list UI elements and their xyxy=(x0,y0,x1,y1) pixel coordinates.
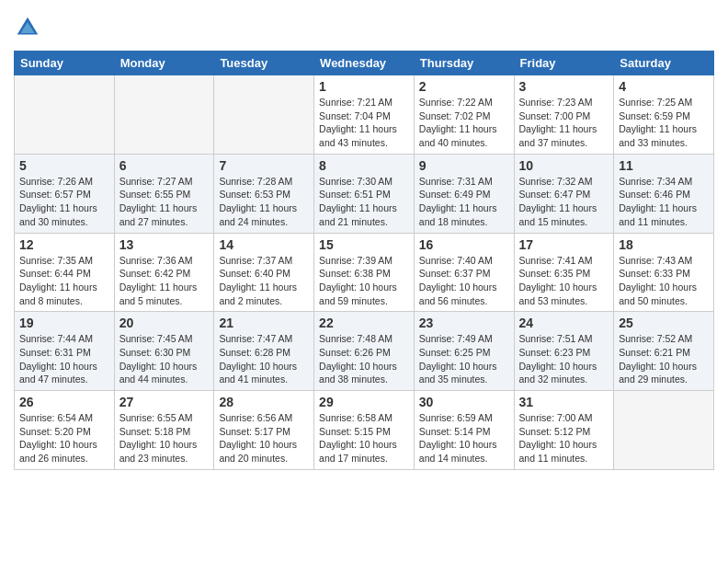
day-info: Sunrise: 7:23 AM Sunset: 7:00 PM Dayligh… xyxy=(519,96,609,150)
calendar-cell: 19Sunrise: 7:44 AM Sunset: 6:31 PM Dayli… xyxy=(15,312,115,391)
day-info: Sunrise: 6:56 AM Sunset: 5:17 PM Dayligh… xyxy=(219,411,309,465)
day-info: Sunrise: 7:44 AM Sunset: 6:31 PM Dayligh… xyxy=(19,332,109,386)
page-header xyxy=(14,14,714,41)
calendar-cell xyxy=(114,75,214,155)
day-info: Sunrise: 7:51 AM Sunset: 6:23 PM Dayligh… xyxy=(519,332,609,386)
day-number: 8 xyxy=(319,158,409,173)
logo-icon xyxy=(14,14,41,41)
day-number: 5 xyxy=(19,158,109,173)
calendar-cell: 20Sunrise: 7:45 AM Sunset: 6:30 PM Dayli… xyxy=(114,312,214,391)
calendar-cell: 1Sunrise: 7:21 AM Sunset: 7:04 PM Daylig… xyxy=(314,75,415,155)
day-info: Sunrise: 7:41 AM Sunset: 6:35 PM Dayligh… xyxy=(519,254,609,308)
day-info: Sunrise: 6:55 AM Sunset: 5:18 PM Dayligh… xyxy=(119,411,210,465)
calendar-cell xyxy=(614,391,714,470)
day-info: Sunrise: 6:59 AM Sunset: 5:14 PM Dayligh… xyxy=(419,411,509,465)
day-number: 27 xyxy=(119,395,210,409)
day-number: 23 xyxy=(419,316,509,330)
day-number: 26 xyxy=(19,395,109,409)
calendar-cell: 23Sunrise: 7:49 AM Sunset: 6:25 PM Dayli… xyxy=(414,312,514,391)
day-number: 16 xyxy=(419,237,509,252)
day-info: Sunrise: 7:39 AM Sunset: 6:38 PM Dayligh… xyxy=(319,254,409,308)
day-info: Sunrise: 7:31 AM Sunset: 6:49 PM Dayligh… xyxy=(419,175,509,229)
day-number: 30 xyxy=(419,395,509,409)
day-info: Sunrise: 7:30 AM Sunset: 6:51 PM Dayligh… xyxy=(319,175,409,229)
calendar-cell: 25Sunrise: 7:52 AM Sunset: 6:21 PM Dayli… xyxy=(614,312,714,391)
day-info: Sunrise: 7:26 AM Sunset: 6:57 PM Dayligh… xyxy=(19,175,109,229)
calendar-week-row: 5Sunrise: 7:26 AM Sunset: 6:57 PM Daylig… xyxy=(15,154,714,233)
calendar-cell: 8Sunrise: 7:30 AM Sunset: 6:51 PM Daylig… xyxy=(314,154,415,233)
day-info: Sunrise: 7:32 AM Sunset: 6:47 PM Dayligh… xyxy=(519,175,609,229)
day-number: 15 xyxy=(319,237,409,252)
day-info: Sunrise: 7:43 AM Sunset: 6:33 PM Dayligh… xyxy=(619,254,709,308)
day-header-thursday: Thursday xyxy=(414,52,514,75)
calendar-cell: 6Sunrise: 7:27 AM Sunset: 6:55 PM Daylig… xyxy=(114,154,214,233)
day-header-saturday: Saturday xyxy=(614,52,714,75)
calendar-cell: 27Sunrise: 6:55 AM Sunset: 5:18 PM Dayli… xyxy=(114,391,214,470)
day-number: 22 xyxy=(319,316,409,330)
day-header-friday: Friday xyxy=(514,52,614,75)
day-info: Sunrise: 7:28 AM Sunset: 6:53 PM Dayligh… xyxy=(219,175,309,229)
day-info: Sunrise: 7:36 AM Sunset: 6:42 PM Dayligh… xyxy=(119,254,210,308)
day-number: 25 xyxy=(619,316,709,330)
calendar-cell: 28Sunrise: 6:56 AM Sunset: 5:17 PM Dayli… xyxy=(214,391,314,470)
calendar-cell: 26Sunrise: 6:54 AM Sunset: 5:20 PM Dayli… xyxy=(15,391,115,470)
day-number: 21 xyxy=(219,316,309,330)
calendar-cell: 4Sunrise: 7:25 AM Sunset: 6:59 PM Daylig… xyxy=(614,75,714,155)
calendar-cell: 31Sunrise: 7:00 AM Sunset: 5:12 PM Dayli… xyxy=(514,391,614,470)
calendar-cell xyxy=(214,75,314,155)
day-header-sunday: Sunday xyxy=(15,52,115,75)
calendar-cell: 22Sunrise: 7:48 AM Sunset: 6:26 PM Dayli… xyxy=(314,312,415,391)
calendar-cell: 7Sunrise: 7:28 AM Sunset: 6:53 PM Daylig… xyxy=(214,154,314,233)
day-info: Sunrise: 7:35 AM Sunset: 6:44 PM Dayligh… xyxy=(19,254,109,308)
calendar-cell: 21Sunrise: 7:47 AM Sunset: 6:28 PM Dayli… xyxy=(214,312,314,391)
day-number: 3 xyxy=(519,79,609,94)
day-number: 1 xyxy=(319,79,409,94)
day-info: Sunrise: 7:49 AM Sunset: 6:25 PM Dayligh… xyxy=(419,332,509,386)
days-header-row: SundayMondayTuesdayWednesdayThursdayFrid… xyxy=(15,52,714,75)
day-info: Sunrise: 6:54 AM Sunset: 5:20 PM Dayligh… xyxy=(19,411,109,465)
day-number: 2 xyxy=(419,79,509,94)
calendar-cell: 3Sunrise: 7:23 AM Sunset: 7:00 PM Daylig… xyxy=(514,75,614,155)
calendar-cell: 2Sunrise: 7:22 AM Sunset: 7:02 PM Daylig… xyxy=(414,75,514,155)
day-header-tuesday: Tuesday xyxy=(214,52,314,75)
day-number: 7 xyxy=(219,158,309,173)
day-number: 24 xyxy=(519,316,609,330)
calendar-table: SundayMondayTuesdayWednesdayThursdayFrid… xyxy=(14,51,714,470)
calendar-cell: 9Sunrise: 7:31 AM Sunset: 6:49 PM Daylig… xyxy=(414,154,514,233)
day-number: 11 xyxy=(619,158,709,173)
day-number: 4 xyxy=(619,79,709,94)
calendar-cell: 18Sunrise: 7:43 AM Sunset: 6:33 PM Dayli… xyxy=(614,233,714,312)
calendar-cell: 29Sunrise: 6:58 AM Sunset: 5:15 PM Dayli… xyxy=(314,391,415,470)
calendar-week-row: 1Sunrise: 7:21 AM Sunset: 7:04 PM Daylig… xyxy=(15,75,714,155)
day-number: 20 xyxy=(119,316,210,330)
logo xyxy=(14,14,45,41)
day-number: 29 xyxy=(319,395,409,409)
day-info: Sunrise: 7:45 AM Sunset: 6:30 PM Dayligh… xyxy=(119,332,210,386)
day-number: 18 xyxy=(619,237,709,252)
calendar-cell: 17Sunrise: 7:41 AM Sunset: 6:35 PM Dayli… xyxy=(514,233,614,312)
calendar-cell: 12Sunrise: 7:35 AM Sunset: 6:44 PM Dayli… xyxy=(15,233,115,312)
day-number: 6 xyxy=(119,158,210,173)
day-number: 13 xyxy=(119,237,210,252)
calendar-cell: 30Sunrise: 6:59 AM Sunset: 5:14 PM Dayli… xyxy=(414,391,514,470)
day-info: Sunrise: 7:37 AM Sunset: 6:40 PM Dayligh… xyxy=(219,254,309,308)
day-info: Sunrise: 7:48 AM Sunset: 6:26 PM Dayligh… xyxy=(319,332,409,386)
calendar-cell: 10Sunrise: 7:32 AM Sunset: 6:47 PM Dayli… xyxy=(514,154,614,233)
day-info: Sunrise: 7:52 AM Sunset: 6:21 PM Dayligh… xyxy=(619,332,709,386)
day-number: 19 xyxy=(19,316,109,330)
calendar-cell xyxy=(15,75,115,155)
calendar-week-row: 19Sunrise: 7:44 AM Sunset: 6:31 PM Dayli… xyxy=(15,312,714,391)
day-header-monday: Monday xyxy=(114,52,214,75)
day-number: 31 xyxy=(519,395,609,409)
calendar-cell: 14Sunrise: 7:37 AM Sunset: 6:40 PM Dayli… xyxy=(214,233,314,312)
day-info: Sunrise: 7:21 AM Sunset: 7:04 PM Dayligh… xyxy=(319,96,409,150)
day-info: Sunrise: 7:27 AM Sunset: 6:55 PM Dayligh… xyxy=(119,175,210,229)
day-info: Sunrise: 7:00 AM Sunset: 5:12 PM Dayligh… xyxy=(519,411,609,465)
day-number: 9 xyxy=(419,158,509,173)
calendar-cell: 16Sunrise: 7:40 AM Sunset: 6:37 PM Dayli… xyxy=(414,233,514,312)
calendar-cell: 15Sunrise: 7:39 AM Sunset: 6:38 PM Dayli… xyxy=(314,233,415,312)
day-number: 17 xyxy=(519,237,609,252)
day-info: Sunrise: 7:47 AM Sunset: 6:28 PM Dayligh… xyxy=(219,332,309,386)
calendar-cell: 11Sunrise: 7:34 AM Sunset: 6:46 PM Dayli… xyxy=(614,154,714,233)
day-info: Sunrise: 6:58 AM Sunset: 5:15 PM Dayligh… xyxy=(319,411,409,465)
